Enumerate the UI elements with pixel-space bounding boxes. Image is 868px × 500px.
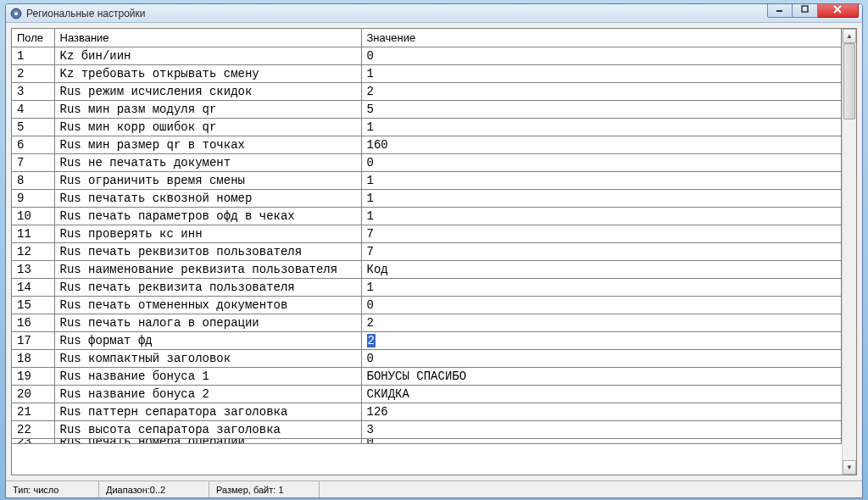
cell-value[interactable]: 0 xyxy=(361,350,842,368)
cell-pole[interactable]: 11 xyxy=(12,225,54,243)
cell-name[interactable]: Rus режим исчисления скидок xyxy=(54,83,361,101)
cell-pole[interactable]: 14 xyxy=(12,279,54,297)
table-row[interactable]: 8Rus ограничить время смены1 xyxy=(12,172,842,190)
cell-value[interactable]: СКИДКА xyxy=(361,386,842,403)
cell-value[interactable]: 1 xyxy=(361,208,842,225)
cell-pole[interactable]: 13 xyxy=(12,261,54,279)
cell-pole[interactable]: 12 xyxy=(12,243,54,261)
minimize-button[interactable] xyxy=(767,3,793,18)
table-row[interactable]: 19Rus название бонуса 1БОНУСЫ СПАСИБО xyxy=(12,368,842,386)
cell-pole[interactable]: 19 xyxy=(12,368,54,386)
table-row[interactable]: 17Rus формат фд2 xyxy=(12,332,842,350)
cell-name[interactable]: Rus наименование реквизита пользователя xyxy=(54,261,361,279)
cell-pole[interactable]: 17 xyxy=(12,332,54,350)
table-row[interactable]: 12Rus печать реквизитов пользователя7 xyxy=(12,243,842,261)
close-button[interactable] xyxy=(818,3,859,18)
cell-name[interactable]: Kz требовать открывать смену xyxy=(54,65,361,83)
cell-name[interactable]: Rus высота сепаратора заголовка xyxy=(54,421,361,439)
cell-name[interactable]: Rus мин разм модуля qr xyxy=(54,101,361,119)
cell-name[interactable]: Rus мин корр ошибок qr xyxy=(54,119,361,136)
cell-value[interactable]: 2 xyxy=(361,332,842,350)
cell-pole[interactable]: 10 xyxy=(12,208,54,225)
scroll-down-button[interactable]: ▼ xyxy=(843,460,856,475)
cell-name[interactable]: Rus печать отмененных документов xyxy=(54,297,361,314)
cell-name[interactable]: Rus формат фд xyxy=(54,332,361,350)
cell-value[interactable]: БОНУСЫ СПАСИБО xyxy=(361,368,842,386)
table-row[interactable]: 21Rus паттерн сепаратора заголовка126 xyxy=(12,403,842,421)
table-row[interactable]: 11Rus проверять кс инн7 xyxy=(12,225,842,243)
column-header-value[interactable]: Значение xyxy=(361,29,842,47)
cell-name[interactable]: Rus не печатать документ xyxy=(54,154,361,172)
table-row[interactable]: 10Rus печать параметров офд в чеках1 xyxy=(12,208,842,225)
cell-name[interactable]: Rus проверять кс инн xyxy=(54,225,361,243)
cell-value[interactable]: 0 xyxy=(361,47,842,65)
cell-pole[interactable]: 2 xyxy=(12,65,54,83)
cell-value[interactable]: 3 xyxy=(361,421,842,439)
cell-value[interactable]: 2 xyxy=(361,314,842,332)
table-row[interactable]: 23Rus печать номера операции0 xyxy=(12,439,842,444)
cell-value[interactable]: 1 xyxy=(361,119,842,136)
cell-value[interactable]: 1 xyxy=(361,172,842,190)
table-row[interactable]: 15Rus печать отмененных документов0 xyxy=(12,297,842,314)
cell-pole[interactable]: 1 xyxy=(12,47,54,65)
cell-name[interactable]: Rus название бонуса 2 xyxy=(54,386,361,403)
cell-pole[interactable]: 21 xyxy=(12,403,54,421)
cell-value[interactable]: 1 xyxy=(361,190,842,208)
cell-pole[interactable]: 22 xyxy=(12,421,54,439)
grid-scroll-area[interactable]: Поле Название Значение 1Kz бин/иин02Kz т… xyxy=(12,29,842,475)
cell-pole[interactable]: 3 xyxy=(12,83,54,101)
vertical-scrollbar[interactable]: ▲ ▼ xyxy=(842,29,856,475)
cell-name[interactable]: Rus название бонуса 1 xyxy=(54,368,361,386)
maximize-button[interactable] xyxy=(793,3,818,18)
table-row[interactable]: 22Rus высота сепаратора заголовка3 xyxy=(12,421,842,439)
cell-value[interactable]: 7 xyxy=(361,225,842,243)
table-row[interactable]: 1Kz бин/иин0 xyxy=(12,47,842,65)
cell-pole[interactable]: 9 xyxy=(12,190,54,208)
cell-name[interactable]: Rus печать номера операции xyxy=(54,439,361,444)
cell-pole[interactable]: 4 xyxy=(12,101,54,119)
cell-pole[interactable]: 6 xyxy=(12,136,54,154)
cell-name[interactable]: Rus мин размер qr в точках xyxy=(54,136,361,154)
titlebar[interactable]: Региональные настройки xyxy=(6,4,862,23)
cell-pole[interactable]: 16 xyxy=(12,314,54,332)
cell-value[interactable]: 0 xyxy=(361,439,842,444)
cell-pole[interactable]: 23 xyxy=(12,439,54,444)
selected-value[interactable]: 2 xyxy=(367,334,376,347)
table-row[interactable]: 4Rus мин разм модуля qr5 xyxy=(12,101,842,119)
cell-name[interactable]: Kz бин/иин xyxy=(54,47,361,65)
table-row[interactable]: 20Rus название бонуса 2СКИДКА xyxy=(12,386,842,403)
cell-name[interactable]: Rus компактный заголовок xyxy=(54,350,361,368)
cell-pole[interactable]: 5 xyxy=(12,119,54,136)
table-row[interactable]: 9Rus печатать сквозной номер1 xyxy=(12,190,842,208)
settings-table[interactable]: Поле Название Значение 1Kz бин/иин02Kz т… xyxy=(12,29,842,444)
cell-name[interactable]: Rus печать реквизита пользователя xyxy=(54,279,361,297)
cell-value[interactable]: 1 xyxy=(361,279,842,297)
table-row[interactable]: 13Rus наименование реквизита пользовател… xyxy=(12,261,842,279)
column-header-name[interactable]: Название xyxy=(54,29,361,47)
cell-pole[interactable]: 15 xyxy=(12,297,54,314)
scroll-up-button[interactable]: ▲ xyxy=(843,29,856,43)
cell-value[interactable]: 2 xyxy=(361,83,842,101)
table-row[interactable]: 7Rus не печатать документ0 xyxy=(12,154,842,172)
cell-pole[interactable]: 20 xyxy=(12,386,54,403)
table-row[interactable]: 18Rus компактный заголовок0 xyxy=(12,350,842,368)
cell-name[interactable]: Rus ограничить время смены xyxy=(54,172,361,190)
cell-value[interactable]: Код xyxy=(361,261,842,279)
scroll-thumb[interactable] xyxy=(843,43,855,119)
data-grid[interactable]: Поле Название Значение 1Kz бин/иин02Kz т… xyxy=(11,28,857,475)
table-row[interactable]: 3Rus режим исчисления скидок2 xyxy=(12,83,842,101)
cell-name[interactable]: Rus печать реквизитов пользователя xyxy=(54,243,361,261)
cell-value[interactable]: 126 xyxy=(361,403,842,421)
table-row[interactable]: 6Rus мин размер qr в точках160 xyxy=(12,136,842,154)
cell-value[interactable]: 0 xyxy=(361,297,842,314)
cell-value[interactable]: 5 xyxy=(361,101,842,119)
cell-pole[interactable]: 8 xyxy=(12,172,54,190)
scroll-track[interactable] xyxy=(843,43,856,460)
cell-pole[interactable]: 18 xyxy=(12,350,54,368)
table-row[interactable]: 2Kz требовать открывать смену1 xyxy=(12,65,842,83)
cell-name[interactable]: Rus печать налога в операции xyxy=(54,314,361,332)
cell-name[interactable]: Rus печатать сквозной номер xyxy=(54,190,361,208)
cell-value[interactable]: 7 xyxy=(361,243,842,261)
cell-value[interactable]: 0 xyxy=(361,154,842,172)
table-row[interactable]: 16Rus печать налога в операции2 xyxy=(12,314,842,332)
